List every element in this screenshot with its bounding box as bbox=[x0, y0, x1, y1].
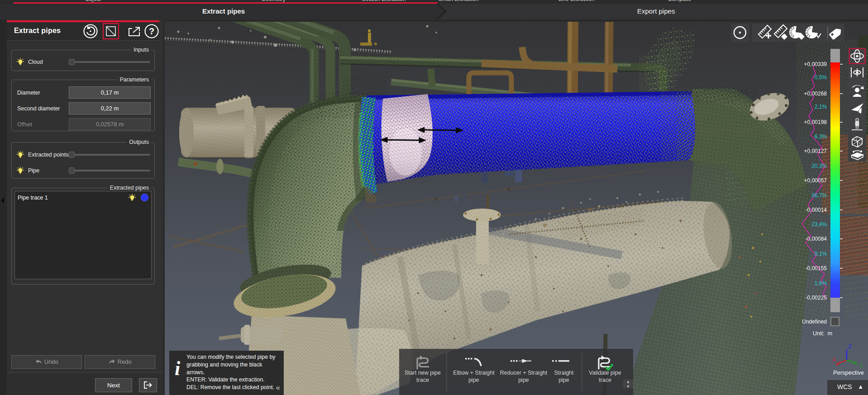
svg-text:Y: Y bbox=[859, 363, 863, 369]
svg-text:?: ? bbox=[149, 26, 154, 36]
svg-text:Z: Z bbox=[848, 343, 852, 350]
svg-text:X: X bbox=[832, 357, 836, 363]
